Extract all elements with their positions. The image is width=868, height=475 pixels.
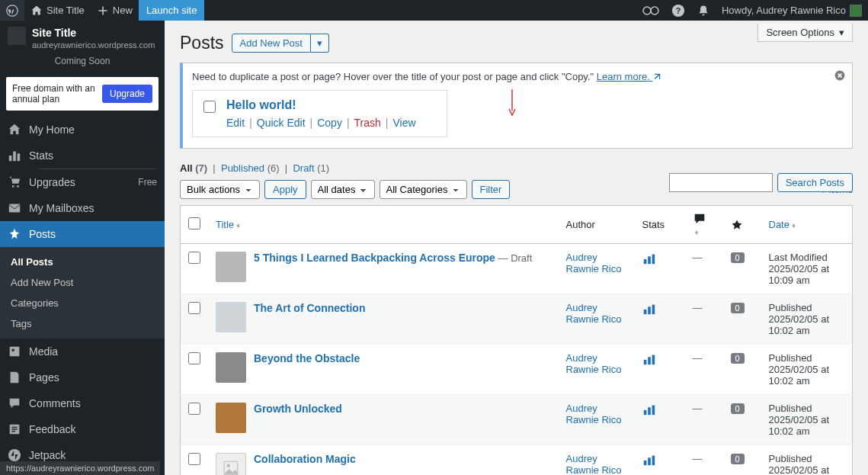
upgrade-button[interactable]: Upgrade [102, 85, 152, 103]
svg-rect-11 [10, 347, 20, 357]
action-trash[interactable]: Trash [354, 117, 381, 129]
launch-site-button[interactable]: Launch site [139, 0, 205, 21]
sidebar-item-mailboxes[interactable]: My Mailboxes [0, 195, 165, 221]
comment-count-badge[interactable]: 0 [731, 252, 745, 263]
post-title-link[interactable]: The Art of Connection [254, 302, 365, 314]
post-author-link[interactable]: Audrey Rawnie Rico [566, 252, 622, 274]
submenu-add-new[interactable]: Add New Post [0, 272, 165, 293]
new-content[interactable]: New [91, 0, 139, 21]
post-author-link[interactable]: Audrey Rawnie Rico [566, 302, 622, 325]
col-date[interactable]: Date♦ [761, 206, 853, 244]
post-author-link[interactable]: Audrey Rawnie Rico [566, 352, 622, 375]
sidebar-item-media[interactable]: Media [0, 339, 165, 364]
search-posts-input[interactable] [669, 173, 773, 192]
svg-rect-21 [648, 307, 651, 314]
action-copy[interactable]: Copy [317, 117, 342, 129]
row-checkbox[interactable] [188, 302, 200, 314]
arrow-annotation [508, 88, 517, 117]
sidebar-item-pages[interactable]: Pages [0, 364, 165, 390]
likes-dash: — [693, 403, 703, 414]
stats-icon[interactable] [642, 352, 677, 366]
action-quick-edit[interactable]: Quick Edit [257, 117, 306, 129]
row-checkbox[interactable] [188, 252, 200, 264]
svg-rect-31 [643, 461, 646, 465]
notifications-icon[interactable] [691, 0, 716, 21]
domain-promo-text: Free domain with an annual plan [12, 83, 98, 104]
sample-checkbox[interactable] [203, 101, 216, 113]
wp-logo[interactable] [0, 0, 24, 21]
comment-count-badge[interactable]: 0 [731, 403, 745, 414]
action-edit[interactable]: Edit [226, 117, 245, 129]
sidebar-item-posts[interactable]: Posts [0, 221, 165, 247]
stats-icon [8, 149, 21, 162]
submenu-categories[interactable]: Categories [0, 293, 165, 313]
likes-dash: — [693, 302, 703, 313]
help-icon[interactable]: ? [665, 0, 691, 21]
main-content: Screen Options ▾ Posts Add New Post ▾ Ne… [165, 21, 868, 475]
sidebar-item-comments[interactable]: Comments [0, 390, 165, 416]
search-posts-button[interactable]: Search Posts [777, 173, 853, 192]
stats-icon[interactable] [642, 403, 677, 416]
stats-icon[interactable] [642, 453, 677, 467]
post-status-filters: All (7) | Published (6) | Draft (1) [180, 162, 853, 174]
svg-point-9 [17, 185, 19, 188]
svg-point-8 [12, 185, 14, 188]
sidebar-site-title: Site Title [32, 27, 155, 39]
stats-icon[interactable] [642, 302, 677, 316]
sidebar-item-stats[interactable]: Stats [0, 143, 165, 168]
comment-count-badge[interactable]: 0 [731, 454, 745, 464]
action-view[interactable]: View [392, 117, 415, 129]
post-title-link[interactable]: Beyond the Obstacle [254, 352, 360, 364]
post-title-link[interactable]: Collaboration Magic [254, 453, 356, 465]
account-menu[interactable]: Howdy, Audrey Rawnie Rico [716, 0, 868, 21]
mail-icon [8, 201, 21, 215]
sidebar-item-feedback[interactable]: Feedback [0, 416, 165, 442]
filter-published[interactable]: Published (6) [221, 162, 280, 174]
sample-post-title[interactable]: Hello world! [226, 98, 416, 112]
col-likes[interactable] [723, 206, 761, 244]
select-all-checkbox[interactable] [188, 217, 200, 229]
col-title[interactable]: Title♦ [208, 206, 559, 244]
stats-icon[interactable] [642, 252, 677, 265]
date-filter-select[interactable]: All dates [311, 180, 375, 199]
post-date: Last Modified2025/02/05 at 10:09 am [761, 244, 853, 294]
screen-options-toggle[interactable]: Screen Options ▾ [757, 24, 853, 42]
post-title-link[interactable]: Growth Unlocked [254, 403, 342, 415]
comment-count-badge[interactable]: 0 [731, 353, 745, 364]
svg-point-2 [651, 7, 658, 14]
filter-all[interactable]: All (7) [180, 162, 207, 174]
svg-rect-33 [652, 456, 655, 466]
feedback-icon [8, 422, 21, 436]
sidebar-item-myhome[interactable]: My Home [0, 117, 165, 143]
comment-count-badge[interactable]: 0 [731, 303, 745, 313]
svg-rect-27 [648, 407, 651, 415]
learn-more-link[interactable]: Learn more. [597, 71, 662, 82]
post-author-link[interactable]: Audrey Rawnie Rico [566, 403, 622, 425]
sidebar-site-header[interactable]: Site Title audreyrawnierico.wordpress.co… [0, 21, 165, 77]
filter-button[interactable]: Filter [472, 180, 511, 199]
submenu-all-posts[interactable]: All Posts [0, 252, 165, 272]
col-stats[interactable]: Stats [635, 206, 685, 244]
sidebar-item-upgrades[interactable]: Upgrades Free [0, 169, 165, 195]
pin-icon [8, 227, 21, 241]
reader-icon[interactable] [636, 0, 665, 21]
submenu-tags[interactable]: Tags [0, 313, 165, 334]
likes-dash: — [693, 453, 703, 464]
dismiss-banner-button[interactable] [834, 69, 846, 82]
bulk-actions-select[interactable]: Bulk actions [180, 180, 260, 199]
col-comments[interactable]: ♦ [685, 206, 723, 244]
post-author-link[interactable]: Audrey Rawnie Rico [566, 453, 622, 475]
filter-draft[interactable]: Draft (1) [293, 162, 329, 174]
col-author[interactable]: Author [559, 206, 635, 244]
category-filter-select[interactable]: All Categories [380, 180, 467, 199]
apply-button[interactable]: Apply [264, 180, 306, 199]
row-checkbox[interactable] [188, 352, 200, 364]
row-checkbox[interactable] [188, 453, 200, 465]
add-new-post-button[interactable]: Add New Post [232, 34, 311, 53]
site-home-link[interactable]: Site Title [24, 0, 91, 21]
svg-text:?: ? [676, 5, 681, 14]
add-new-dropdown[interactable]: ▾ [311, 34, 329, 53]
post-title-link[interactable]: 5 Things I Learned Backpacking Across Eu… [254, 252, 495, 264]
svg-rect-10 [9, 204, 20, 213]
row-checkbox[interactable] [188, 403, 200, 415]
